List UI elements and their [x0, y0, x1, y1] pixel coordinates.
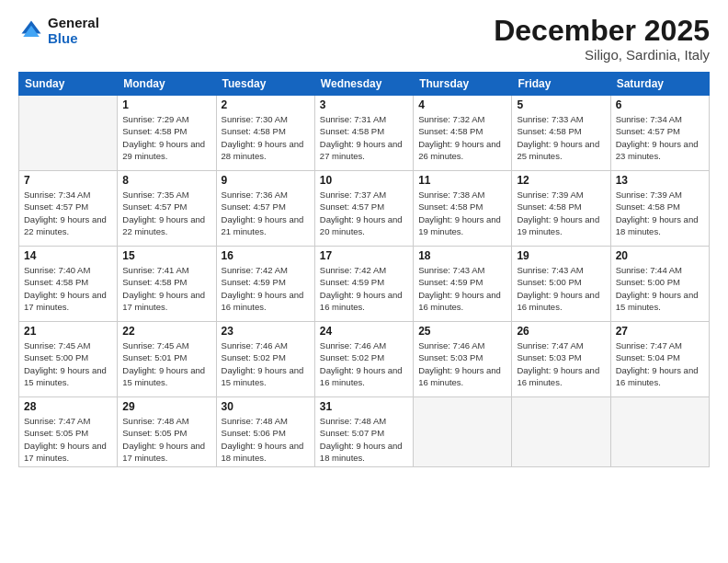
calendar-day-cell: 22Sunrise: 7:45 AMSunset: 5:01 PMDayligh…: [118, 322, 216, 397]
day-info: Sunrise: 7:41 AMSunset: 4:58 PMDaylight:…: [122, 264, 210, 313]
day-info: Sunrise: 7:40 AMSunset: 4:58 PMDaylight:…: [24, 264, 112, 313]
column-header-sunday: Sunday: [19, 73, 118, 96]
day-number: 25: [418, 325, 506, 338]
calendar-day-cell: 18Sunrise: 7:43 AMSunset: 4:59 PMDayligh…: [414, 247, 512, 322]
calendar-day-cell: [512, 397, 610, 467]
day-number: 11: [418, 174, 506, 187]
day-number: 27: [616, 325, 704, 338]
day-info: Sunrise: 7:38 AMSunset: 4:58 PMDaylight:…: [418, 189, 506, 237]
calendar-day-cell: 6Sunrise: 7:34 AMSunset: 4:57 PMDaylight…: [610, 96, 709, 171]
logo: General Blue: [18, 15, 99, 46]
day-number: 22: [122, 325, 210, 338]
calendar-day-cell: 26Sunrise: 7:47 AMSunset: 5:03 PMDayligh…: [512, 322, 610, 397]
day-number: 5: [517, 98, 605, 111]
column-header-tuesday: Tuesday: [216, 73, 314, 96]
column-header-wednesday: Wednesday: [314, 73, 413, 96]
day-number: 10: [320, 174, 408, 187]
calendar-week-row: 14Sunrise: 7:40 AMSunset: 4:58 PMDayligh…: [19, 247, 710, 322]
column-header-thursday: Thursday: [414, 73, 512, 96]
day-info: Sunrise: 7:48 AMSunset: 5:06 PMDaylight:…: [222, 415, 310, 464]
calendar-day-cell: 13Sunrise: 7:39 AMSunset: 4:58 PMDayligh…: [610, 171, 709, 247]
calendar-day-cell: 29Sunrise: 7:48 AMSunset: 5:05 PMDayligh…: [118, 397, 216, 467]
day-info: Sunrise: 7:46 AMSunset: 5:02 PMDaylight:…: [320, 339, 408, 388]
day-info: Sunrise: 7:34 AMSunset: 4:57 PMDaylight:…: [616, 113, 704, 162]
calendar-day-cell: 1Sunrise: 7:29 AMSunset: 4:58 PMDaylight…: [118, 96, 216, 171]
day-number: 31: [320, 400, 408, 413]
day-info: Sunrise: 7:45 AMSunset: 5:00 PMDaylight:…: [24, 339, 112, 388]
title-block: December 2025 Siligo, Sardinia, Italy: [494, 15, 710, 63]
calendar-day-cell: 27Sunrise: 7:47 AMSunset: 5:04 PMDayligh…: [610, 322, 709, 397]
day-number: 7: [24, 174, 112, 187]
calendar-day-cell: 28Sunrise: 7:47 AMSunset: 5:05 PMDayligh…: [19, 397, 118, 467]
day-info: Sunrise: 7:45 AMSunset: 5:01 PMDaylight:…: [122, 339, 210, 388]
column-header-friday: Friday: [512, 73, 610, 96]
day-number: 24: [320, 325, 408, 338]
day-info: Sunrise: 7:43 AMSunset: 5:00 PMDaylight:…: [517, 264, 605, 313]
calendar-day-cell: 10Sunrise: 7:37 AMSunset: 4:57 PMDayligh…: [314, 171, 413, 247]
day-number: 18: [418, 249, 506, 262]
calendar-day-cell: 31Sunrise: 7:48 AMSunset: 5:07 PMDayligh…: [314, 397, 413, 467]
calendar-day-cell: 3Sunrise: 7:31 AMSunset: 4:58 PMDaylight…: [314, 96, 413, 171]
day-info: Sunrise: 7:29 AMSunset: 4:58 PMDaylight:…: [122, 113, 210, 162]
calendar-day-cell: [610, 397, 709, 467]
calendar-day-cell: 4Sunrise: 7:32 AMSunset: 4:58 PMDaylight…: [414, 96, 512, 171]
calendar-header-row: SundayMondayTuesdayWednesdayThursdayFrid…: [19, 73, 710, 96]
day-number: 16: [222, 249, 310, 262]
day-number: 9: [222, 174, 310, 187]
day-number: 3: [320, 98, 408, 111]
day-info: Sunrise: 7:34 AMSunset: 4:57 PMDaylight:…: [24, 189, 112, 237]
day-number: 30: [222, 400, 310, 413]
calendar-day-cell: 5Sunrise: 7:33 AMSunset: 4:58 PMDaylight…: [512, 96, 610, 171]
calendar-day-cell: 25Sunrise: 7:46 AMSunset: 5:03 PMDayligh…: [414, 322, 512, 397]
calendar-day-cell: 23Sunrise: 7:46 AMSunset: 5:02 PMDayligh…: [216, 322, 314, 397]
calendar-day-cell: 14Sunrise: 7:40 AMSunset: 4:58 PMDayligh…: [19, 247, 118, 322]
day-info: Sunrise: 7:39 AMSunset: 4:58 PMDaylight:…: [616, 189, 704, 237]
day-info: Sunrise: 7:30 AMSunset: 4:58 PMDaylight:…: [222, 113, 310, 162]
column-header-monday: Monday: [118, 73, 216, 96]
column-header-saturday: Saturday: [610, 73, 709, 96]
calendar-day-cell: [414, 397, 512, 467]
day-number: 4: [418, 98, 506, 111]
day-number: 28: [24, 400, 112, 413]
day-info: Sunrise: 7:43 AMSunset: 4:59 PMDaylight:…: [418, 264, 506, 313]
day-number: 29: [122, 400, 210, 413]
day-number: 2: [222, 98, 310, 111]
day-number: 26: [517, 325, 605, 338]
calendar-week-row: 28Sunrise: 7:47 AMSunset: 5:05 PMDayligh…: [19, 397, 710, 467]
logo-text: General Blue: [48, 15, 99, 46]
day-info: Sunrise: 7:47 AMSunset: 5:04 PMDaylight:…: [616, 339, 704, 388]
calendar-day-cell: 17Sunrise: 7:42 AMSunset: 4:59 PMDayligh…: [314, 247, 413, 322]
day-info: Sunrise: 7:31 AMSunset: 4:58 PMDaylight:…: [320, 113, 408, 162]
day-number: 13: [616, 174, 704, 187]
calendar-day-cell: [19, 96, 118, 171]
calendar-week-row: 21Sunrise: 7:45 AMSunset: 5:00 PMDayligh…: [19, 322, 710, 397]
logo-icon: [18, 17, 44, 43]
day-number: 17: [320, 249, 408, 262]
calendar-week-row: 1Sunrise: 7:29 AMSunset: 4:58 PMDaylight…: [19, 96, 710, 171]
day-number: 1: [122, 98, 210, 111]
day-number: 14: [24, 249, 112, 262]
day-info: Sunrise: 7:32 AMSunset: 4:58 PMDaylight:…: [418, 113, 506, 162]
calendar-day-cell: 19Sunrise: 7:43 AMSunset: 5:00 PMDayligh…: [512, 247, 610, 322]
calendar-day-cell: 21Sunrise: 7:45 AMSunset: 5:00 PMDayligh…: [19, 322, 118, 397]
calendar-day-cell: 11Sunrise: 7:38 AMSunset: 4:58 PMDayligh…: [414, 171, 512, 247]
day-info: Sunrise: 7:42 AMSunset: 4:59 PMDaylight:…: [222, 264, 310, 313]
day-number: 19: [517, 249, 605, 262]
calendar-day-cell: 9Sunrise: 7:36 AMSunset: 4:57 PMDaylight…: [216, 171, 314, 247]
calendar-day-cell: 7Sunrise: 7:34 AMSunset: 4:57 PMDaylight…: [19, 171, 118, 247]
calendar-day-cell: 2Sunrise: 7:30 AMSunset: 4:58 PMDaylight…: [216, 96, 314, 171]
day-info: Sunrise: 7:46 AMSunset: 5:03 PMDaylight:…: [418, 339, 506, 388]
day-info: Sunrise: 7:37 AMSunset: 4:57 PMDaylight:…: [320, 189, 408, 237]
day-info: Sunrise: 7:46 AMSunset: 5:02 PMDaylight:…: [222, 339, 310, 388]
day-info: Sunrise: 7:48 AMSunset: 5:05 PMDaylight:…: [122, 415, 210, 464]
day-info: Sunrise: 7:47 AMSunset: 5:03 PMDaylight:…: [517, 339, 605, 388]
calendar-table: SundayMondayTuesdayWednesdayThursdayFrid…: [18, 72, 710, 467]
calendar-page: General Blue December 2025 Siligo, Sardi…: [0, 0, 728, 563]
day-number: 6: [616, 98, 704, 111]
calendar-day-cell: 24Sunrise: 7:46 AMSunset: 5:02 PMDayligh…: [314, 322, 413, 397]
calendar-day-cell: 30Sunrise: 7:48 AMSunset: 5:06 PMDayligh…: [216, 397, 314, 467]
calendar-day-cell: 8Sunrise: 7:35 AMSunset: 4:57 PMDaylight…: [118, 171, 216, 247]
day-number: 15: [122, 249, 210, 262]
day-info: Sunrise: 7:39 AMSunset: 4:58 PMDaylight:…: [517, 189, 605, 237]
day-number: 23: [222, 325, 310, 338]
